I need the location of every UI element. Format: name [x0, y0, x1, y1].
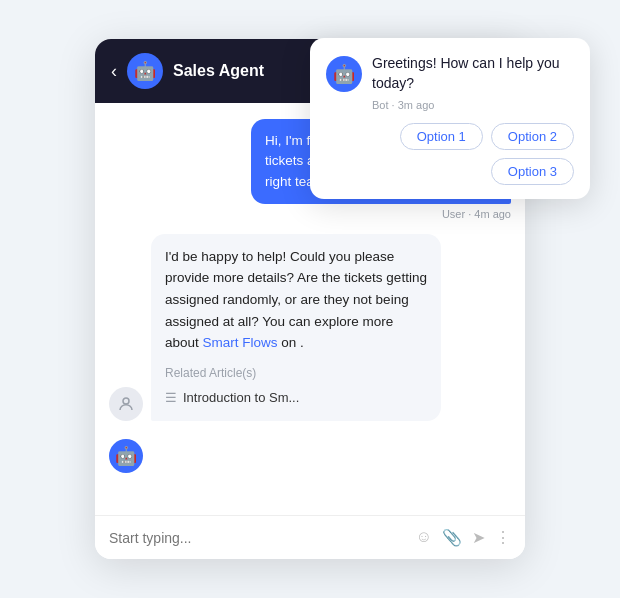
bot-text-after-link: on . — [281, 335, 304, 350]
bot-avatar-row: 🤖 — [109, 439, 511, 473]
bot-message-wrapper: I'd be happy to help! Could you please p… — [109, 234, 511, 421]
agent-avatar: 🤖 — [127, 53, 163, 89]
user-meta: User · 4m ago — [442, 208, 511, 220]
option-1-button[interactable]: Option 1 — [400, 123, 483, 150]
popup-robot-icon: 🤖 — [333, 63, 355, 85]
menu-icon[interactable]: ⋮ — [495, 528, 511, 547]
bot-bubble: I'd be happy to help! Could you please p… — [151, 234, 441, 421]
agent-name: Sales Agent — [173, 62, 264, 80]
popup-card: 🤖 Greetings! How can I help you today? B… — [310, 38, 590, 199]
smart-flows-link[interactable]: Smart Flows — [203, 335, 278, 350]
popup-options: Option 1 Option 2 Option 3 — [326, 123, 574, 185]
popup-meta: Bot · 3m ago — [372, 99, 574, 111]
chat-input[interactable] — [109, 530, 406, 546]
robot-icon-2: 🤖 — [115, 445, 137, 467]
related-articles: Related Article(s) ☰ Introduction to Sm.… — [165, 364, 427, 409]
send-icon[interactable]: ➤ — [472, 528, 485, 547]
back-button[interactable]: ‹ — [111, 62, 117, 80]
option-3-button[interactable]: Option 3 — [491, 158, 574, 185]
popup-greeting: Greetings! How can I help you today? — [372, 54, 574, 93]
robot-icon: 🤖 — [134, 60, 156, 82]
related-label: Related Article(s) — [165, 366, 256, 380]
emoji-icon[interactable]: ☺ — [416, 528, 432, 547]
article-title[interactable]: Introduction to Sm... — [183, 388, 299, 409]
article-icon: ☰ — [165, 388, 177, 409]
popup-header: 🤖 Greetings! How can I help you today? B… — [326, 54, 574, 111]
popup-text-block: Greetings! How can I help you today? Bot… — [372, 54, 574, 111]
attach-icon[interactable]: 📎 — [442, 528, 462, 547]
input-icons: ☺ 📎 ➤ ⋮ — [416, 528, 511, 547]
user-placeholder-avatar — [109, 387, 143, 421]
bot-avatar: 🤖 — [109, 439, 143, 473]
article-item: ☰ Introduction to Sm... — [165, 388, 427, 409]
chat-input-area: ☺ 📎 ➤ ⋮ — [95, 515, 525, 559]
svg-point-0 — [123, 398, 129, 404]
option-2-button[interactable]: Option 2 — [491, 123, 574, 150]
popup-bot-avatar: 🤖 — [326, 56, 362, 92]
